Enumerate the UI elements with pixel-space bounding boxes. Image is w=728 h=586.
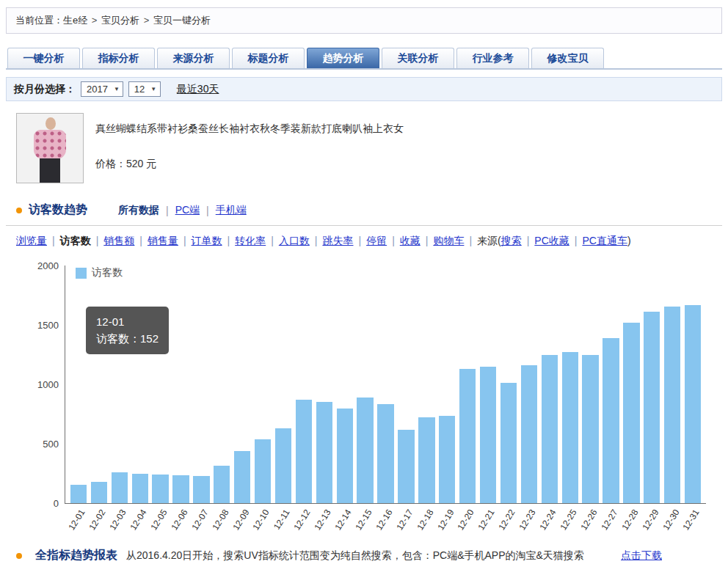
metric-cart[interactable]: 购物车 (433, 235, 464, 246)
tab-title-analysis[interactable]: 标题分析 (232, 48, 305, 68)
bar-12-13[interactable] (316, 402, 332, 504)
bar-12-07[interactable] (193, 476, 209, 503)
separator: | (228, 235, 230, 246)
x-axis-label: 12-17 (394, 508, 415, 532)
chevron-down-icon: ▼ (150, 86, 156, 92)
scope-all-data[interactable]: 所有数据 (118, 204, 159, 217)
bar-12-14[interactable] (337, 409, 353, 503)
metric-dwell[interactable]: 停留 (366, 235, 387, 246)
bar-12-02[interactable] (91, 482, 107, 503)
trend-section-header: 访客数趋势 所有数据|PC端|手机端 (6, 202, 722, 226)
bar-12-12[interactable] (296, 400, 312, 503)
legend-label: 访客数 (92, 266, 123, 279)
bar-12-06[interactable] (172, 475, 189, 503)
bar-12-20[interactable] (459, 369, 476, 503)
x-axis-label: 12-10 (251, 508, 272, 532)
bar-12-26[interactable] (582, 355, 598, 503)
bar-12-29[interactable] (644, 312, 660, 503)
scope-pc[interactable]: PC端 (175, 204, 200, 217)
breadcrumb-label: 当前位置： (15, 15, 63, 26)
recent-30-days-link[interactable]: 最近30天 (177, 83, 219, 96)
metric-sales-amount[interactable]: 销售额 (103, 235, 134, 246)
x-axis-label: 12-29 (640, 508, 660, 532)
bar-12-28[interactable] (623, 323, 639, 503)
metric-bounce-rate[interactable]: 跳失率 (322, 235, 353, 246)
chart-column: 12-19 (437, 265, 457, 503)
x-axis-label: 12-31 (681, 508, 702, 532)
bar-12-24[interactable] (542, 355, 558, 503)
x-axis-label: 12-25 (558, 508, 578, 532)
x-axis-label: 12-23 (517, 508, 538, 532)
visitors-trend-chart: 0500100015002000 访客数 12-0112-0212-0312-0… (65, 265, 706, 504)
bar-12-30[interactable] (664, 307, 680, 503)
source-pc-zhitongche[interactable]: PC直通车 (582, 235, 627, 246)
bar-12-04[interactable] (132, 474, 148, 503)
product-image-pants (40, 158, 60, 183)
x-axis-label: 12-08 (210, 508, 230, 532)
x-axis-label: 12-21 (476, 508, 497, 532)
x-axis-label: 12-03 (107, 508, 128, 532)
y-axis-tick: 1000 (37, 379, 59, 390)
x-axis-label: 12-18 (415, 508, 435, 532)
metric-sales-volume[interactable]: 销售量 (148, 235, 178, 246)
bar-12-01[interactable] (70, 485, 87, 503)
tab-metric-analysis[interactable]: 指标分析 (82, 48, 155, 68)
scope-mobile[interactable]: 手机端 (216, 204, 247, 217)
y-axis-tick: 1500 (37, 320, 59, 331)
chart-column: 12-13 (314, 265, 335, 503)
breadcrumb-item-item-analysis[interactable]: 宝贝分析 (101, 15, 139, 26)
y-axis-tick: 0 (54, 498, 59, 509)
tab-trend-analysis[interactable]: 趋势分析 (307, 48, 379, 68)
month-select[interactable]: 12 ▼ (128, 81, 161, 97)
metric-entries[interactable]: 入口数 (279, 235, 310, 246)
metric-favorites[interactable]: 收藏 (400, 235, 421, 246)
bar-12-18[interactable] (418, 417, 434, 503)
chart-column: 12-03 (109, 265, 130, 503)
product-summary: 真丝蝴蝶结系带衬衫桑蚕丝长袖衬衣秋冬季装新款打底喇叭袖上衣女 价格：520 元 (16, 113, 728, 183)
tab-relation-analysis[interactable]: 关联分析 (382, 48, 454, 68)
download-link[interactable]: 点击下载 (621, 549, 662, 563)
section-bullet-icon (16, 208, 22, 213)
tooltip-date: 12-01 (96, 313, 159, 330)
chart-column: 12-30 (662, 265, 682, 503)
tab-industry-reference[interactable]: 行业参考 (456, 48, 529, 68)
bar-12-15[interactable] (357, 398, 373, 503)
bars-container: 12-0112-0212-0312-0412-0512-0612-0712-08… (65, 265, 706, 503)
bar-12-08[interactable] (214, 466, 230, 503)
metric-orders[interactable]: 订单数 (192, 235, 222, 246)
bar-12-19[interactable] (439, 416, 455, 503)
bar-12-17[interactable] (398, 430, 414, 503)
bar-12-22[interactable] (500, 383, 517, 503)
bar-12-25[interactable] (562, 352, 578, 503)
chart-column: 12-11 (273, 265, 294, 503)
metric-conversion-rate[interactable]: 转化率 (235, 235, 266, 246)
chart-column: 12-27 (601, 265, 622, 503)
bar-12-21[interactable] (480, 367, 496, 503)
chart-column: 12-25 (560, 265, 580, 503)
bar-12-31[interactable] (685, 305, 701, 503)
metric-pageviews[interactable]: 浏览量 (16, 235, 47, 246)
bar-12-10[interactable] (255, 439, 271, 503)
separator: | (166, 205, 169, 216)
source-search[interactable]: 搜索 (501, 235, 522, 246)
bar-12-03[interactable] (112, 472, 128, 503)
bar-12-05[interactable] (152, 475, 168, 503)
metric-visitors[interactable]: 访客数 (60, 235, 91, 246)
source-pc-favorites[interactable]: PC收藏 (534, 235, 569, 246)
tab-edit-item[interactable]: 修改宝贝 (531, 48, 604, 68)
tab-source-analysis[interactable]: 来源分析 (157, 48, 230, 68)
tab-bar: 一键分析指标分析来源分析标题分析趋势分析关联分析行业参考修改宝贝 (6, 48, 722, 70)
year-select-value: 2017 (87, 84, 108, 95)
year-select[interactable]: 2017 ▼ (81, 81, 123, 97)
breadcrumb-item-sheng-e-jing[interactable]: 生e经 (63, 15, 87, 26)
bar-12-16[interactable] (377, 404, 393, 503)
bar-12-27[interactable] (603, 338, 619, 503)
bar-12-09[interactable] (234, 451, 250, 503)
product-image-blouse (34, 130, 66, 159)
separator: | (52, 235, 55, 246)
chart-column: 12-06 (171, 265, 192, 503)
tab-one-key-analysis[interactable]: 一键分析 (7, 48, 80, 68)
bar-12-11[interactable] (275, 428, 291, 503)
bar-12-23[interactable] (521, 365, 537, 503)
breadcrumb-item-item-one-key-analysis[interactable]: 宝贝一键分析 (153, 15, 211, 26)
